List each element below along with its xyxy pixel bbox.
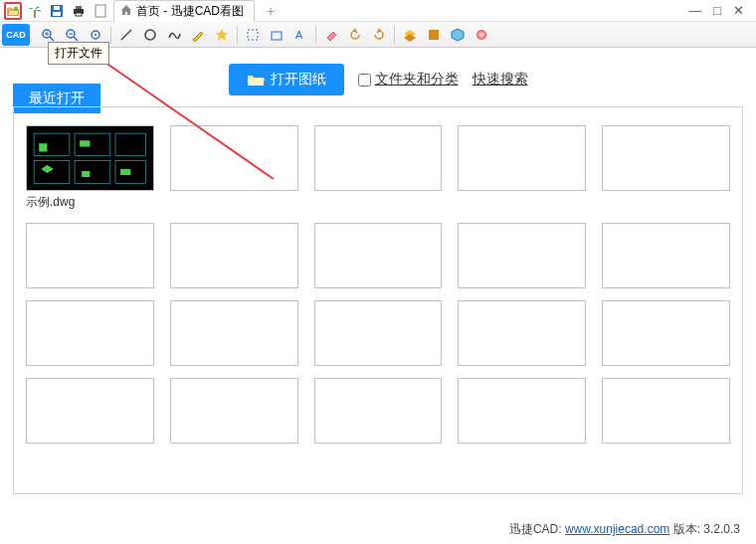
- folder-open-icon: [247, 73, 265, 87]
- svg-rect-2: [53, 12, 61, 16]
- toolbar: CAD A: [0, 22, 756, 48]
- empty-slot[interactable]: [602, 300, 730, 366]
- close-button[interactable]: ✕: [733, 3, 744, 18]
- empty-slot[interactable]: [602, 223, 730, 288]
- svg-rect-22: [429, 30, 439, 40]
- file-thumbnail[interactable]: [26, 125, 154, 191]
- tab-home[interactable]: 首页 - 迅捷CAD看图: [113, 0, 255, 22]
- redo-icon[interactable]: [369, 25, 389, 45]
- recent-files-panel: 示例.dwg: [13, 106, 743, 494]
- svg-rect-6: [76, 13, 82, 16]
- svg-point-0: [14, 6, 19, 11]
- empty-slot[interactable]: [314, 223, 443, 288]
- eraser-icon[interactable]: [321, 25, 341, 45]
- svg-point-23: [476, 30, 486, 40]
- footer: 迅捷CAD: www.xunjiecad.com 版本: 3.2.0.3: [509, 521, 740, 538]
- svg-line-9: [50, 37, 54, 41]
- svg-point-16: [94, 34, 96, 36]
- text-icon[interactable]: A: [290, 25, 310, 45]
- empty-slot[interactable]: [26, 300, 154, 366]
- separator: [237, 26, 238, 44]
- separator: [110, 26, 111, 44]
- svg-rect-25: [29, 128, 151, 189]
- svg-point-18: [145, 30, 155, 40]
- open-file-tooltip: 打开文件: [48, 42, 109, 65]
- svg-line-13: [74, 37, 78, 41]
- layers-icon[interactable]: [400, 25, 420, 45]
- svg-rect-3: [54, 6, 60, 10]
- thumbnail-grid: 示例.dwg: [26, 125, 730, 444]
- tab-add[interactable]: +: [261, 3, 281, 19]
- separator: [394, 26, 395, 44]
- undo-icon[interactable]: [345, 25, 365, 45]
- titlebar: 首页 - 迅捷CAD看图 + — □ ✕: [0, 0, 756, 22]
- app-logo: CAD: [2, 24, 30, 46]
- star-icon[interactable]: [212, 25, 232, 45]
- svg-rect-7: [95, 5, 105, 17]
- empty-slot[interactable]: [458, 223, 586, 288]
- svg-rect-5: [76, 6, 82, 9]
- empty-slot[interactable]: [602, 378, 730, 444]
- maximize-button[interactable]: □: [713, 3, 721, 18]
- folder-classify-checkbox[interactable]: [358, 74, 371, 87]
- svg-line-17: [121, 30, 131, 40]
- palm-icon[interactable]: [26, 2, 44, 20]
- svg-rect-20: [272, 32, 282, 40]
- minimize-button[interactable]: —: [688, 3, 701, 18]
- polyline-icon[interactable]: [164, 25, 184, 45]
- cube-icon[interactable]: [448, 25, 468, 45]
- footer-version: 版本: 3.2.0.3: [669, 522, 740, 536]
- line-icon[interactable]: [116, 25, 136, 45]
- home-icon: [120, 4, 132, 19]
- empty-slot[interactable]: [26, 223, 154, 288]
- empty-slot[interactable]: [170, 223, 298, 288]
- folder-classify-label[interactable]: 文件夹和分类: [375, 71, 459, 89]
- footer-prefix: 迅捷CAD:: [509, 522, 565, 536]
- separator: [315, 26, 316, 44]
- empty-slot[interactable]: [314, 378, 443, 444]
- empty-slot[interactable]: [602, 125, 730, 191]
- circle-icon[interactable]: [140, 25, 160, 45]
- open-drawing-label: 打开图纸: [271, 71, 326, 89]
- measure-icon[interactable]: [243, 25, 263, 45]
- empty-slot[interactable]: [170, 300, 298, 366]
- open-drawing-button[interactable]: 打开图纸: [229, 64, 344, 95]
- empty-slot[interactable]: [314, 300, 443, 366]
- empty-slot[interactable]: [26, 378, 154, 444]
- save-icon[interactable]: [48, 2, 66, 20]
- svg-text:A: A: [295, 29, 303, 41]
- color-wheel-icon[interactable]: [472, 25, 491, 45]
- print-icon[interactable]: [70, 2, 88, 20]
- empty-slot[interactable]: [314, 125, 443, 191]
- tab-title: 首页 - 迅捷CAD看图: [136, 3, 244, 20]
- window-controls: — □ ✕: [688, 3, 752, 18]
- file-name: 示例.dwg: [26, 194, 154, 211]
- empty-slot[interactable]: [458, 378, 586, 444]
- empty-slot[interactable]: [170, 378, 298, 444]
- action-row: 打开图纸 文件夹和分类 快速搜索: [0, 64, 756, 95]
- open-file-icon[interactable]: [4, 2, 22, 20]
- book-icon[interactable]: [424, 25, 444, 45]
- empty-slot[interactable]: [170, 125, 298, 191]
- window-icon[interactable]: [267, 25, 286, 45]
- quick-search-link[interactable]: 快速搜索: [472, 71, 528, 89]
- page-icon[interactable]: [92, 2, 109, 20]
- empty-slot[interactable]: [458, 300, 586, 366]
- footer-link[interactable]: www.xunjiecad.com: [565, 522, 669, 536]
- svg-rect-19: [248, 30, 258, 40]
- pencil-icon[interactable]: [188, 25, 208, 45]
- empty-slot[interactable]: [458, 125, 586, 191]
